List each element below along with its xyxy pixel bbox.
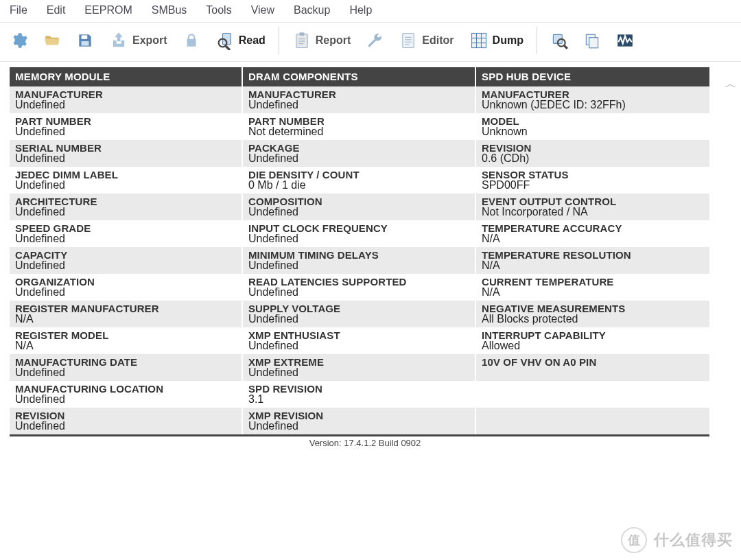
svg-rect-15 (471, 34, 486, 48)
lock-button[interactable] (176, 28, 207, 53)
menu-tools[interactable]: Tools (196, 1, 241, 19)
menu-eeprom[interactable]: EEPROM (75, 1, 141, 19)
save-button[interactable] (70, 28, 100, 53)
info-row-value: Allowed (482, 340, 704, 352)
open-button[interactable] (37, 28, 67, 53)
waveform-button[interactable] (610, 28, 640, 53)
info-row-value: Unknown (JEDEC ID: 32FFh) (482, 99, 704, 111)
folder-open-icon (43, 32, 61, 49)
grid-icon (469, 31, 489, 50)
info-row-value: Undefined (15, 126, 236, 138)
info-row-value: Undefined (248, 420, 469, 432)
toolbar-separator (279, 27, 279, 54)
wrench-button[interactable] (360, 28, 390, 53)
info-row-value: Undefined (248, 259, 469, 272)
info-column: DRAM COMPONENTSMANUFACTURERUndefinedPART… (243, 67, 476, 434)
waveform-icon (616, 32, 634, 49)
info-row-value: Undefined (248, 233, 469, 245)
export-icon (109, 31, 128, 50)
info-row: XMP EXTREMEUndefined (243, 354, 476, 381)
info-row-value: Undefined (15, 233, 236, 245)
svg-rect-0 (82, 35, 88, 38)
editor-label: Editor (422, 34, 454, 47)
info-row: PART NUMBERNot determined (243, 113, 476, 140)
editor-button[interactable]: Editor (392, 27, 460, 54)
report-label: Report (316, 34, 351, 47)
info-row-value (482, 366, 704, 379)
info-row: REVISIONUndefined (10, 408, 243, 434)
info-tables: MEMORY MODULEMANUFACTURERUndefinedPART N… (10, 67, 709, 436)
info-row-value: Undefined (248, 206, 469, 218)
info-row-value: N/A (482, 259, 704, 272)
copy-button[interactable] (577, 28, 607, 53)
info-row: XMP ENTHUSIASTUndefined (243, 327, 476, 354)
scroll-up-hint[interactable]: ︿ (725, 75, 737, 92)
info-row-value: Undefined (15, 393, 236, 406)
export-label: Export (132, 34, 167, 47)
menu-bar: File Edit EEPROM SMBus Tools View Backup… (0, 0, 741, 23)
info-column: MEMORY MODULEMANUFACTURERUndefinedPART N… (10, 67, 243, 434)
watermark: 值 什么值得买 (621, 527, 733, 553)
magnifier-doc-icon (215, 31, 235, 50)
menu-backup[interactable]: Backup (284, 1, 340, 19)
info-row (476, 408, 709, 434)
info-row-value: Undefined (248, 152, 469, 165)
settings-button[interactable] (4, 28, 34, 53)
info-row: SERIAL NUMBERUndefined (10, 140, 243, 167)
export-button[interactable]: Export (103, 27, 174, 54)
info-row: ARCHITECTUREUndefined (10, 194, 243, 220)
info-row-value: Undefined (15, 420, 236, 432)
info-row (476, 381, 709, 408)
info-row: TEMPERATURE RESOLUTIONN/A (476, 247, 709, 274)
info-row: DIE DENSITY / COUNT0 Mb / 1 die (243, 167, 476, 194)
info-row-value: Unknown (482, 126, 704, 138)
info-row-value: SPD00FF (482, 179, 704, 191)
info-row: MANUFACTURING LOCATIONUndefined (10, 381, 243, 408)
column-header: DRAM COMPONENTS (243, 67, 476, 86)
svg-rect-6 (299, 32, 304, 36)
info-row: READ LATENCIES SUPPORTEDUndefined (243, 274, 476, 301)
menu-file[interactable]: File (0, 1, 37, 19)
gear-icon (10, 32, 28, 49)
info-row: ORGANIZATIONUndefined (10, 274, 243, 301)
info-row-value: Undefined (15, 286, 236, 299)
info-row: 10V OF VHV ON A0 PIN (476, 354, 709, 381)
info-row: SENSOR STATUSSPD00FF (476, 167, 709, 194)
info-row: REGISTER MANUFACTURERN/A (10, 301, 243, 327)
info-row: MANUFACTURERUndefined (10, 86, 243, 113)
info-row-value: 0.6 (CDh) (482, 152, 704, 165)
info-row-value: N/A (15, 313, 236, 325)
info-row: TEMPERATURE ACCURACYN/A (476, 220, 709, 247)
svg-line-22 (564, 46, 567, 49)
info-row: SPD REVISION3.1 (243, 381, 476, 408)
floppy-save-icon (76, 32, 94, 49)
svg-rect-1 (82, 41, 89, 46)
info-row-value: N/A (482, 286, 704, 299)
dump-button[interactable]: Dump (463, 27, 530, 54)
info-row: MANUFACTURERUnknown (JEDEC ID: 32FFh) (476, 86, 709, 113)
read-button[interactable]: Read (209, 27, 272, 54)
menu-edit[interactable]: Edit (37, 1, 75, 19)
menu-help[interactable]: Help (340, 1, 381, 19)
info-row-value: Undefined (248, 99, 469, 111)
svg-line-4 (226, 46, 230, 50)
read-label: Read (239, 34, 266, 47)
toolbar: Export Read Report Editor Dump (0, 23, 741, 62)
report-button[interactable]: Report (286, 27, 357, 54)
inspect-button[interactable] (544, 28, 574, 53)
copy-icon (583, 32, 601, 49)
info-row-value: Undefined (248, 340, 469, 352)
info-row: REVISION0.6 (CDh) (476, 140, 709, 167)
menu-view[interactable]: View (242, 1, 284, 19)
clipboard-icon (292, 31, 311, 50)
menu-smbus[interactable]: SMBus (142, 1, 197, 19)
info-row-value: Undefined (15, 206, 236, 218)
version-label: Version: 17.4.1.2 Build 0902 (10, 438, 720, 448)
info-row: MODELUnknown (476, 113, 709, 140)
info-row: INPUT CLOCK FREQUENCYUndefined (243, 220, 476, 247)
info-row: INTERRUPT CAPABILITYAllowed (476, 327, 709, 354)
watermark-badge: 值 (621, 527, 647, 553)
info-row-value: Not Incorporated / NA (482, 206, 704, 218)
info-row: SUPPLY VOLTAGEUndefined (243, 301, 476, 327)
info-row: MANUFACTURERUndefined (243, 86, 476, 113)
